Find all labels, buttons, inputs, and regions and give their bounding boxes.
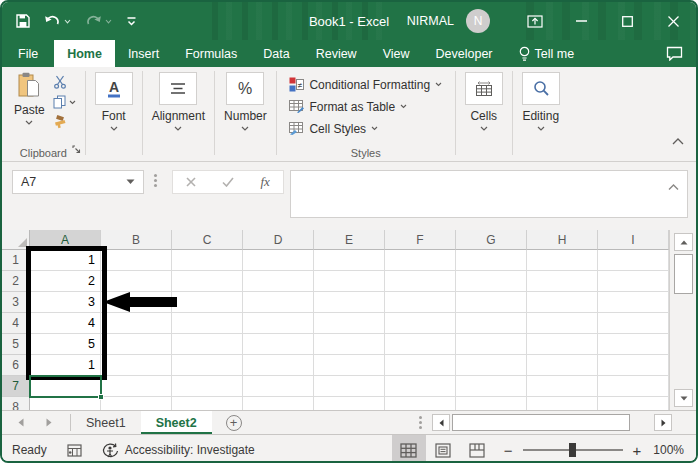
cell-E2[interactable] — [314, 271, 385, 292]
editing-button[interactable]: Editing — [522, 72, 560, 131]
close-button[interactable] — [650, 2, 696, 40]
cell-C7[interactable] — [172, 376, 243, 397]
normal-view-button[interactable] — [392, 435, 426, 463]
cell-G3[interactable] — [456, 292, 527, 313]
cell-D8[interactable] — [243, 397, 314, 410]
zoom-slider[interactable] — [523, 449, 623, 451]
cell-E4[interactable] — [314, 313, 385, 334]
cell-I7[interactable] — [598, 376, 669, 397]
cell-B6[interactable] — [101, 355, 172, 376]
row-header-6[interactable]: 6 — [2, 355, 30, 376]
tab-home[interactable]: Home — [54, 40, 115, 67]
cell-F7[interactable] — [385, 376, 456, 397]
sheet-tab-sheet2[interactable]: Sheet2 — [141, 411, 212, 434]
cell-G1[interactable] — [456, 250, 527, 271]
cell-F8[interactable] — [385, 397, 456, 410]
select-all-corner[interactable] — [2, 230, 30, 250]
undo-icon[interactable] — [44, 15, 71, 28]
conditional-formatting-button[interactable]: ≠ Conditional Formatting — [289, 76, 442, 93]
cell-G2[interactable] — [456, 271, 527, 292]
cell-C1[interactable] — [172, 250, 243, 271]
cell-C2[interactable] — [172, 271, 243, 292]
row-header-4[interactable]: 4 — [2, 313, 30, 334]
cell-I8[interactable] — [598, 397, 669, 410]
cell-B8[interactable] — [101, 397, 172, 410]
cell-D3[interactable] — [243, 292, 314, 313]
tab-formulas[interactable]: Formulas — [172, 40, 250, 67]
maximize-button[interactable] — [604, 2, 650, 40]
column-header-H[interactable]: H — [527, 230, 598, 250]
redo-icon[interactable] — [85, 15, 112, 28]
cell-H6[interactable] — [527, 355, 598, 376]
cell-E7[interactable] — [314, 376, 385, 397]
horizontal-scroll-track[interactable] — [452, 414, 652, 431]
tab-developer[interactable]: Developer — [423, 40, 506, 67]
cell-E1[interactable] — [314, 250, 385, 271]
format-as-table-button[interactable]: Format as Table — [289, 98, 407, 115]
row-header-1[interactable]: 1 — [2, 250, 30, 271]
cell-A8[interactable] — [30, 397, 101, 410]
cell-G8[interactable] — [456, 397, 527, 410]
cell-A6[interactable]: 1 — [30, 355, 101, 376]
tab-file[interactable]: File — [2, 40, 54, 67]
cell-F4[interactable] — [385, 313, 456, 334]
cell-C5[interactable] — [172, 334, 243, 355]
cell-I5[interactable] — [598, 334, 669, 355]
cell-H5[interactable] — [527, 334, 598, 355]
column-header-F[interactable]: F — [385, 230, 456, 250]
cell-F3[interactable] — [385, 292, 456, 313]
cell-D7[interactable] — [243, 376, 314, 397]
column-header-D[interactable]: D — [243, 230, 314, 250]
cell-C4[interactable] — [172, 313, 243, 334]
cell-A4[interactable]: 4 — [30, 313, 101, 334]
insert-function-icon[interactable]: fx — [261, 174, 270, 190]
number-button[interactable]: % Number — [224, 72, 267, 131]
cell-F6[interactable] — [385, 355, 456, 376]
column-header-I[interactable]: I — [598, 230, 669, 250]
zoom-in-icon[interactable]: + — [633, 442, 642, 459]
cell-B1[interactable] — [101, 250, 172, 271]
minimize-button[interactable] — [558, 2, 604, 40]
cell-D2[interactable] — [243, 271, 314, 292]
collapse-ribbon-icon[interactable] — [672, 131, 684, 149]
cell-C6[interactable] — [172, 355, 243, 376]
horizontal-scroll-thumb[interactable] — [452, 414, 630, 431]
cell-A1[interactable]: 1 — [30, 250, 101, 271]
column-header-C[interactable]: C — [172, 230, 243, 250]
cell-H7[interactable] — [527, 376, 598, 397]
cut-button[interactable] — [53, 75, 76, 89]
scroll-down-icon[interactable] — [674, 389, 693, 407]
cell-B4[interactable] — [101, 313, 172, 334]
formula-input[interactable] — [290, 170, 688, 218]
next-sheet-icon[interactable] — [46, 418, 52, 427]
zoom-out-icon[interactable]: − — [504, 442, 513, 459]
scroll-right-icon[interactable] — [654, 414, 672, 431]
scroll-left-icon[interactable] — [432, 414, 450, 431]
account-name[interactable]: NIRMAL — [407, 14, 454, 28]
new-sheet-button[interactable]: + — [226, 411, 242, 434]
cancel-icon[interactable] — [186, 177, 196, 187]
cell-H2[interactable] — [527, 271, 598, 292]
cell-C8[interactable] — [172, 397, 243, 410]
cell-I2[interactable] — [598, 271, 669, 292]
cell-A2[interactable]: 2 — [30, 271, 101, 292]
cell-G6[interactable] — [456, 355, 527, 376]
customize-quick-access-icon[interactable] — [126, 16, 137, 26]
row-header-2[interactable]: 2 — [2, 271, 30, 292]
cell-H8[interactable] — [527, 397, 598, 410]
font-button[interactable]: A Font — [95, 72, 133, 131]
clipboard-dialog-launcher-icon[interactable] — [72, 140, 81, 158]
cell-E6[interactable] — [314, 355, 385, 376]
column-header-G[interactable]: G — [456, 230, 527, 250]
cell-A5[interactable]: 5 — [30, 334, 101, 355]
cell-A3[interactable]: 3 — [30, 292, 101, 313]
name-box-dropdown-icon[interactable] — [126, 179, 135, 185]
copy-button[interactable] — [53, 95, 76, 109]
page-layout-view-button[interactable] — [426, 435, 460, 463]
tab-insert[interactable]: Insert — [115, 40, 172, 67]
cell-C3[interactable] — [172, 292, 243, 313]
vertical-scroll-thumb[interactable] — [674, 254, 693, 294]
paste-button[interactable]: Paste — [14, 72, 45, 125]
cell-I1[interactable] — [598, 250, 669, 271]
name-box[interactable]: A7 — [12, 170, 144, 194]
